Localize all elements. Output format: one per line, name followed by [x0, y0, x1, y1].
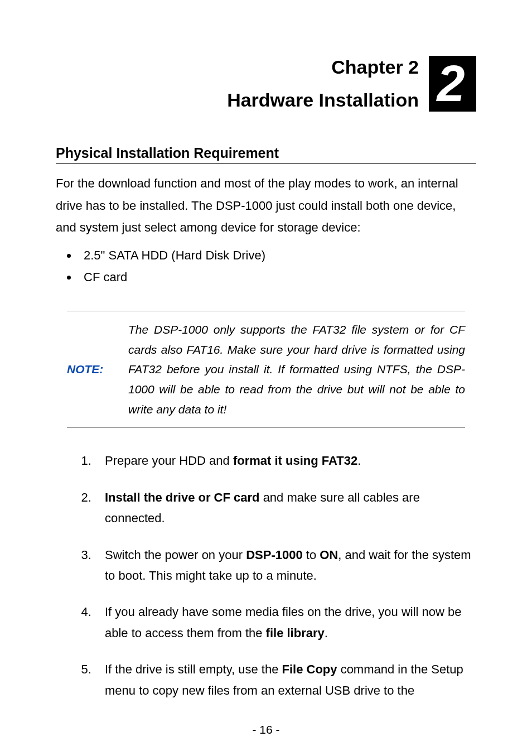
step-bold: File Copy	[282, 662, 337, 676]
step-bold: format it using FAT32	[233, 454, 357, 468]
chapter-header: Chapter 2 Hardware Installation 2	[56, 56, 476, 112]
note-box: NOTE: The DSP-1000 only supports the FAT…	[67, 311, 465, 428]
list-item: If you already have some media files on …	[95, 601, 476, 643]
step-post: .	[357, 454, 361, 468]
step-bold: DSP-1000	[246, 548, 303, 562]
chapter-badge: 2	[429, 56, 476, 112]
list-item: Switch the power on your DSP-1000 to ON,…	[95, 545, 476, 586]
note-label: NOTE:	[67, 320, 117, 419]
page-number: - 16 -	[56, 723, 476, 736]
section-title: Physical Installation Requirement	[56, 145, 476, 164]
list-item: 2.5" SATA HDD (Hard Disk Drive)	[78, 244, 476, 267]
step-mid: to	[303, 548, 320, 562]
step-bold: Install the drive or CF card	[105, 490, 260, 504]
step-bold2: ON	[320, 548, 338, 562]
list-item: If the drive is still empty, use the Fil…	[95, 659, 476, 701]
intro-paragraph: For the download function and most of th…	[56, 172, 476, 239]
step-pre: If the drive is still empty, use the	[105, 662, 282, 676]
chapter-number-label: Chapter 2	[227, 56, 419, 78]
steps-list: Prepare your HDD and format it using FAT…	[56, 450, 476, 701]
chapter-title: Hardware Installation	[227, 89, 419, 111]
list-item: CF card	[78, 266, 476, 288]
step-pre: Switch the power on your	[105, 548, 246, 562]
device-bullet-list: 2.5" SATA HDD (Hard Disk Drive) CF card	[56, 244, 476, 288]
list-item: Prepare your HDD and format it using FAT…	[95, 450, 476, 471]
note-text: The DSP-1000 only supports the FAT32 fil…	[128, 320, 465, 419]
list-item: Install the drive or CF card and make su…	[95, 487, 476, 529]
step-post: .	[325, 626, 328, 640]
step-pre: Prepare your HDD and	[105, 454, 233, 468]
chapter-titles: Chapter 2 Hardware Installation	[227, 56, 419, 111]
step-bold: file library	[266, 626, 325, 640]
